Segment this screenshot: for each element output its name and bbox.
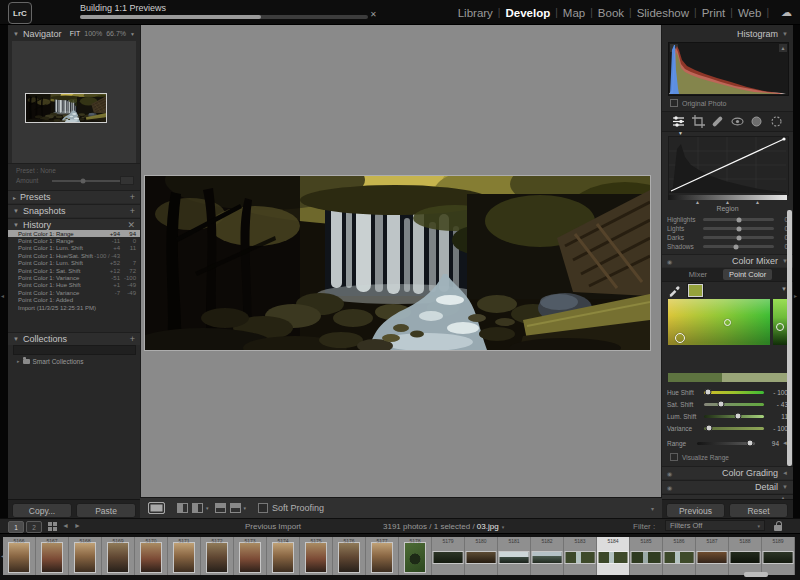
filmstrip-cell[interactable]: 5171	[168, 537, 201, 575]
filmstrip-thumbnail[interactable]	[42, 543, 62, 572]
zoom-100-option[interactable]: 100%	[84, 30, 102, 37]
filmstrip-thumbnail[interactable]	[698, 552, 727, 563]
filmstrip-thumbnail[interactable]	[632, 552, 661, 563]
region-slider[interactable]	[703, 236, 774, 239]
source-label[interactable]: Previous Import	[245, 522, 301, 531]
detail-header[interactable]: ◉ Detail ▼	[662, 480, 793, 493]
main-window-button[interactable]: 1	[8, 521, 24, 533]
luminance-bar[interactable]	[773, 299, 787, 345]
history-item[interactable]: Import (11/3/25 12:25:31 PM)	[8, 304, 140, 311]
go-back-icon[interactable]: ◄	[62, 522, 69, 529]
panel-switch-icon[interactable]: ◉	[667, 258, 672, 265]
slider-sat[interactable]	[704, 403, 764, 406]
histogram-display[interactable]: ▲ ▲	[668, 42, 789, 96]
crop-tool-icon[interactable]	[692, 115, 705, 128]
cloud-sync-icon[interactable]: ☁	[781, 6, 792, 19]
navigator-preview-area[interactable]	[12, 41, 136, 163]
filmstrip-cell[interactable]: 5185	[630, 537, 663, 575]
filmstrip-thumbnail[interactable]	[75, 543, 95, 572]
module-tab-book[interactable]: Book	[598, 7, 624, 19]
filmstrip-thumbnail[interactable]	[599, 552, 628, 563]
before-after-leftright-icon[interactable]	[177, 503, 188, 513]
preset-amount-tool-icon[interactable]	[770, 115, 783, 128]
filmstrip-cell[interactable]: 5186	[663, 537, 696, 575]
navigator-header[interactable]: ▼ Navigator FIT 100% 66.7% ▼	[8, 27, 140, 40]
filmstrip-thumbnail[interactable]	[339, 543, 359, 572]
filmstrip-scrollbar[interactable]	[744, 572, 768, 577]
filmstrip-cell[interactable]: 5179	[432, 537, 465, 575]
filmstrip-thumbnail[interactable]	[566, 552, 595, 563]
filmstrip-thumbnail[interactable]	[764, 552, 793, 563]
region-slider[interactable]	[703, 227, 774, 230]
main-photo[interactable]	[145, 176, 650, 350]
panel-switch-icon[interactable]: ◉	[667, 470, 672, 477]
filmstrip-cell[interactable]: 5183	[564, 537, 597, 575]
color-mixer-header[interactable]: ◉ Color Mixer ▼	[662, 254, 793, 267]
tone-curve-graph[interactable]	[668, 136, 789, 196]
filmstrip-thumbnail[interactable]	[273, 543, 293, 572]
filmstrip-cell[interactable]: 5169	[102, 537, 135, 575]
tab-mixer[interactable]: Mixer	[683, 269, 713, 280]
amount-slider[interactable]	[52, 180, 120, 182]
history-item[interactable]: Point Color 1: Hue/Sat. Shift-100 / -43	[8, 252, 140, 259]
expand-triangle-icon[interactable]: ▸	[17, 358, 20, 364]
region-slider[interactable]	[703, 218, 774, 221]
before-after-dropdown-icon[interactable]: ▾	[206, 505, 209, 511]
previous-button[interactable]: Previous	[666, 503, 725, 518]
clear-history-icon[interactable]: ✕	[127, 220, 135, 230]
slider-lum[interactable]	[704, 415, 764, 418]
color-origin-marker[interactable]	[675, 333, 685, 343]
filmstrip-thumbnail[interactable]	[731, 552, 760, 563]
filmstrip-cell[interactable]: 5178	[399, 537, 432, 575]
filmstrip-cell[interactable]: 5168	[69, 537, 102, 575]
filmstrip-cell[interactable]: 5182	[531, 537, 564, 575]
slider-handle[interactable]	[734, 413, 741, 420]
loupe-view-icon[interactable]	[148, 502, 165, 514]
region-slider[interactable]	[703, 245, 774, 248]
filter-preset-dropdown[interactable]: Filters Off ▾	[665, 520, 765, 531]
filmstrip-thumbnail[interactable]	[207, 543, 227, 572]
snapshots-header[interactable]: ▼ Snapshots +	[8, 204, 140, 217]
point-color-gradient-field[interactable]	[668, 299, 770, 345]
history-item[interactable]: Point Color 1: Range+9494	[8, 230, 140, 237]
region-slider-handle[interactable]	[736, 226, 741, 231]
filmstrip-cell[interactable]: 5177	[366, 537, 399, 575]
point-color-swatch[interactable]	[688, 284, 703, 297]
grid-view-icon[interactable]	[48, 522, 57, 531]
filmstrip-thumbnail[interactable]	[174, 543, 194, 572]
slider-var[interactable]	[704, 427, 764, 430]
create-preset-icon[interactable]: +	[130, 192, 135, 202]
healing-tool-icon[interactable]	[711, 115, 724, 128]
create-snapshot-icon[interactable]: +	[130, 206, 135, 216]
copy-button[interactable]: Copy...	[12, 503, 72, 518]
filmstrip-cell[interactable]: 5187	[696, 537, 729, 575]
module-tab-develop[interactable]: Develop	[505, 7, 550, 19]
create-collection-icon[interactable]: +	[130, 334, 135, 344]
edit-sliders-icon[interactable]	[672, 115, 685, 128]
module-tab-map[interactable]: Map	[563, 7, 585, 19]
region-slider-handle[interactable]	[736, 217, 741, 222]
before-after-topbottom-icon[interactable]	[215, 503, 226, 513]
visualize-range-toggle[interactable]: Visualize Range	[670, 453, 729, 461]
filmstrip-thumbnail[interactable]	[665, 552, 694, 563]
module-tab-library[interactable]: Library	[458, 7, 493, 19]
filmstrip-cell[interactable]: 5180	[465, 537, 498, 575]
filmstrip-thumbnail[interactable]	[372, 543, 392, 572]
region-slider-handle[interactable]	[734, 244, 739, 249]
zoom-current-option[interactable]: 66.7%	[106, 30, 126, 37]
filmstrip-thumbnail[interactable]	[500, 552, 529, 563]
slider-handle[interactable]	[705, 389, 712, 396]
filmstrip-thumbnail[interactable]	[9, 543, 29, 572]
slider-hue[interactable]	[704, 391, 764, 394]
filmstrip-cell[interactable]: 5189	[762, 537, 795, 575]
filmstrip-cell[interactable]: 5176	[333, 537, 366, 575]
filmstrip-cell[interactable]: 5167	[36, 537, 69, 575]
cancel-task-icon[interactable]: ✕	[370, 11, 377, 19]
tab-point-color[interactable]: Point Color	[723, 269, 772, 280]
original-photo-toggle[interactable]: Original Photo	[670, 99, 726, 107]
left-panel-reveal-strip[interactable]: ◂	[0, 25, 8, 533]
second-window-button[interactable]: 2	[26, 521, 42, 533]
filmstrip-thumbnail[interactable]	[306, 543, 326, 572]
luminance-marker[interactable]	[776, 323, 784, 331]
region-slider-handle[interactable]	[736, 235, 741, 240]
